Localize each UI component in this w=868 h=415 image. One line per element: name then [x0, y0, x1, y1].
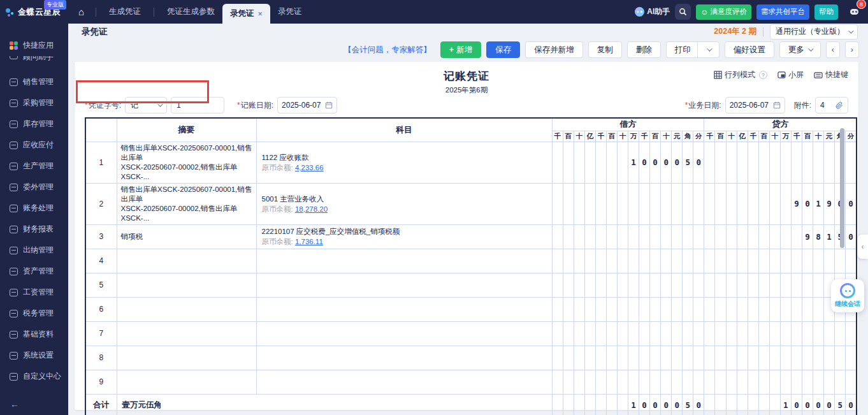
debit-amount-cell[interactable]: [574, 273, 584, 297]
debit-amount-cell[interactable]: [683, 346, 693, 370]
credit-amount-cell[interactable]: [835, 370, 846, 394]
debit-amount-cell[interactable]: [639, 346, 650, 370]
credit-amount-cell[interactable]: [802, 297, 813, 321]
debit-amount-cell[interactable]: [639, 321, 650, 346]
credit-amount-cell[interactable]: [758, 142, 769, 183]
debit-amount-cell[interactable]: [661, 273, 672, 297]
debit-amount-cell[interactable]: [639, 183, 650, 224]
credit-amount-cell[interactable]: 9: [791, 183, 802, 224]
debit-total-amount-cell[interactable]: [552, 394, 563, 415]
credit-total-amount-cell[interactable]: 1: [780, 394, 791, 415]
search-button[interactable]: [675, 4, 691, 20]
tab-generate-voucher[interactable]: 生成凭证: [101, 0, 148, 24]
account-cell[interactable]: [256, 249, 552, 273]
summary-cell[interactable]: [117, 321, 256, 346]
credit-amount-cell[interactable]: [726, 370, 737, 394]
credit-amount-cell[interactable]: [802, 142, 813, 183]
book-date-input[interactable]: 2025-06-07: [277, 97, 337, 113]
summary-cell[interactable]: 销项税: [117, 224, 256, 249]
credit-amount-cell[interactable]: [802, 321, 813, 346]
credit-amount-cell[interactable]: [758, 249, 769, 273]
credit-amount-cell[interactable]: [737, 273, 748, 297]
debit-amount-cell[interactable]: [595, 224, 606, 249]
satisfaction-survey-button[interactable]: ☺ 满意度评价: [696, 4, 751, 20]
credit-amount-cell[interactable]: [780, 142, 791, 183]
credit-amount-cell[interactable]: [748, 321, 758, 346]
credit-amount-cell[interactable]: [835, 346, 846, 370]
credit-amount-cell[interactable]: [780, 224, 791, 249]
biz-date-input[interactable]: 2025-06-07: [725, 97, 785, 113]
debit-amount-cell[interactable]: [563, 273, 574, 297]
account-cell[interactable]: [256, 297, 552, 321]
debit-amount-cell[interactable]: [693, 297, 704, 321]
credit-amount-cell[interactable]: [758, 273, 769, 297]
credit-amount-cell[interactable]: [748, 346, 758, 370]
debit-amount-cell[interactable]: [617, 224, 628, 249]
credit-total-amount-cell[interactable]: [726, 394, 737, 415]
debit-amount-cell[interactable]: 0: [672, 142, 683, 183]
debit-amount-cell[interactable]: [584, 321, 595, 346]
debit-amount-cell[interactable]: [606, 321, 617, 346]
close-icon[interactable]: ×: [258, 10, 263, 18]
debit-amount-cell[interactable]: [552, 273, 563, 297]
preferences-button[interactable]: 偏好设置: [725, 41, 774, 58]
debit-amount-cell[interactable]: [595, 249, 606, 273]
credit-amount-cell[interactable]: [715, 142, 726, 183]
debit-amount-cell[interactable]: [628, 183, 639, 224]
credit-amount-cell[interactable]: [737, 249, 748, 273]
sidebar-item-receivable-payable[interactable]: 应收应付: [0, 135, 68, 156]
debit-amount-cell[interactable]: [574, 297, 584, 321]
debit-amount-cell[interactable]: [693, 346, 704, 370]
debit-amount-cell[interactable]: [639, 224, 650, 249]
credit-amount-cell[interactable]: [737, 321, 748, 346]
attachment-field[interactable]: 4: [815, 97, 848, 113]
credit-amount-cell[interactable]: [737, 224, 748, 249]
next-button[interactable]: ›: [845, 41, 859, 58]
account-cell[interactable]: [256, 346, 552, 370]
credit-amount-cell[interactable]: [813, 370, 824, 394]
debit-amount-cell[interactable]: [672, 370, 683, 394]
credit-amount-cell[interactable]: 0: [846, 183, 857, 224]
credit-total-amount-cell[interactable]: [748, 394, 758, 415]
credit-amount-cell[interactable]: [813, 321, 824, 346]
credit-amount-cell[interactable]: [748, 370, 758, 394]
credit-amount-cell[interactable]: [780, 370, 791, 394]
debit-amount-cell[interactable]: [595, 142, 606, 183]
credit-amount-cell[interactable]: [769, 249, 780, 273]
credit-amount-cell[interactable]: [737, 297, 748, 321]
credit-amount-cell[interactable]: [802, 346, 813, 370]
delete-button[interactable]: 删除: [627, 41, 661, 58]
credit-amount-cell[interactable]: [769, 321, 780, 346]
sidebar-item-cashier[interactable]: 出纳管理: [0, 240, 68, 261]
credit-amount-cell[interactable]: [802, 273, 813, 297]
credit-amount-cell[interactable]: [846, 321, 857, 346]
debit-amount-cell[interactable]: [552, 321, 563, 346]
credit-amount-cell[interactable]: [780, 273, 791, 297]
debit-amount-cell[interactable]: [628, 321, 639, 346]
debit-amount-cell[interactable]: [628, 346, 639, 370]
credit-total-amount-cell[interactable]: 0: [791, 394, 802, 415]
debit-amount-cell[interactable]: [584, 370, 595, 394]
debit-total-amount-cell[interactable]: 0: [650, 394, 661, 415]
debit-amount-cell[interactable]: [617, 273, 628, 297]
credit-amount-cell[interactable]: [737, 370, 748, 394]
debit-amount-cell[interactable]: [683, 273, 693, 297]
credit-amount-cell[interactable]: [704, 297, 715, 321]
sidebar-item-purchase[interactable]: 采购管理: [0, 92, 68, 113]
debit-amount-cell[interactable]: [628, 273, 639, 297]
debit-amount-cell[interactable]: [617, 370, 628, 394]
debit-total-amount-cell[interactable]: 0: [672, 394, 683, 415]
credit-amount-cell[interactable]: [813, 142, 824, 183]
credit-amount-cell[interactable]: [846, 142, 857, 183]
debit-amount-cell[interactable]: 0: [650, 142, 661, 183]
debit-amount-cell[interactable]: [617, 346, 628, 370]
debit-amount-cell[interactable]: [617, 142, 628, 183]
debit-amount-cell[interactable]: [683, 297, 693, 321]
credit-amount-cell[interactable]: [704, 142, 715, 183]
sidebar-item-advisor-assistant[interactable]: 顾问助手: [0, 56, 68, 68]
credit-amount-cell[interactable]: 9: [824, 183, 835, 224]
summary-cell[interactable]: [117, 370, 256, 394]
prev-button[interactable]: ‹: [826, 41, 840, 58]
sidebar-item-assets[interactable]: 资产管理: [0, 261, 68, 282]
debit-total-amount-cell[interactable]: 0: [693, 394, 704, 415]
